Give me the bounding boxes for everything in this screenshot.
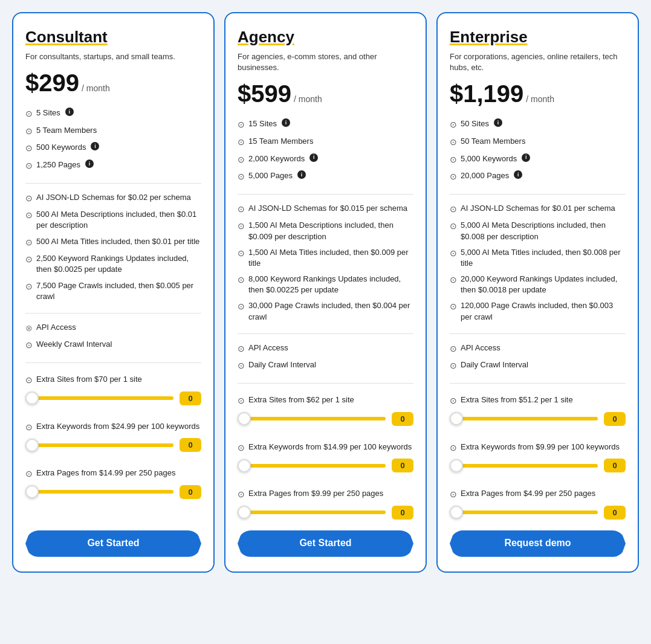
feature-text: Weekly Crawl Interval [36,339,112,350]
check-circle-icon: ⊙ [450,442,457,454]
extra-section-2: ⊙Extra Pages from $14.99 per 250 pages0 [25,463,201,510]
feature-text: 8,000 Keyword Rankings Updates included,… [248,274,413,295]
slider-thumb[interactable] [450,412,463,425]
slider-track[interactable] [25,490,173,494]
info-icon[interactable]: i [494,118,502,127]
extra-label-text: Extra Pages from $4.99 per 250 pages [461,488,595,499]
slider-label: ⊙Extra Sites from $70 per 1 site [25,374,201,387]
slider-label: ⊙Extra Pages from $4.99 per 250 pages [450,488,626,501]
price-amount: $299 [25,69,79,97]
feature-text: 5,000 Keywords [461,153,517,164]
check-circle-icon: ⊙ [25,375,33,387]
extra-section-0: ⊙Extra Sites from $70 per 1 site0 [25,369,201,416]
core-feature-list: ⊙5 Sitesi⊙5 Team Members⊙500 Keywordsi⊙1… [25,105,201,174]
feature-text: AI JSON-LD Schemas for $0.015 per schema [248,203,407,214]
plan-card-enterprise: EnterpriseFor corporations, agencies, on… [436,12,639,573]
slider-track[interactable] [238,464,386,468]
plan-card-consultant: ConsultantFor consultants, startups, and… [12,12,215,573]
plan-title: Consultant [25,28,201,47]
info-icon[interactable]: i [514,170,522,179]
check-circle-icon: ⊙ [25,254,33,266]
info-icon[interactable]: i [91,142,99,150]
check-circle-icon: ⊙ [25,143,33,155]
feature-text: 2,000 Keywords [248,153,305,164]
feature-item: ⊙2,000 Keywordsi [238,151,413,169]
feature-text: 500 AI Meta Titles included, then $0.01 … [36,236,199,247]
slider-thumb[interactable] [238,459,251,472]
slider-track[interactable] [450,510,598,514]
feature-text: 5 Sites [36,108,60,118]
slider-thumb[interactable] [238,412,251,425]
slider-thumb[interactable] [238,506,251,519]
feature-item: ⊙15 Team Members [238,134,413,151]
slider-row: 0 [25,438,201,452]
info-icon[interactable]: i [297,170,306,179]
slider-track[interactable] [238,417,386,420]
slider-track[interactable] [450,417,598,420]
plan-price-row: $599/ month [238,80,413,108]
feature-item: ⊙20,000 Pagesi [450,168,626,185]
slider-row: 0 [238,459,413,472]
check-circle-icon: ⊙ [238,395,245,407]
feature-item: ⊙AI JSON-LD Schemas for $0.02 per schema [25,190,201,207]
info-icon[interactable]: i [522,153,530,162]
slider-label: ⊙Extra Sites from $51.2 per 1 site [450,394,626,407]
check-circle-icon: ⊙ [238,248,245,260]
plan-price-row: $1,199/ month [450,80,626,108]
plan-description: For consultants, startups, and small tea… [25,51,201,62]
divider [450,383,626,384]
slider-track[interactable] [238,510,386,514]
check-circle-icon: ⊙ [450,489,457,501]
info-icon[interactable]: i [65,108,74,116]
slider-row: 0 [450,506,626,520]
extra-section-1: ⊙Extra Keywords from $9.99 per 100 keywo… [450,437,626,484]
cta-button[interactable]: Get Started [25,530,201,557]
slider-thumb[interactable] [25,439,39,452]
slider-label: ⊙Extra Keywords from $14.99 per 100 keyw… [238,442,413,454]
check-circle-icon: ⊙ [238,154,245,166]
extra-label-text: Extra Keywords from $24.99 per 100 keywo… [36,421,199,432]
slider-track[interactable] [25,443,173,447]
slider-thumb[interactable] [450,506,463,519]
feature-item: ⊙5,000 Keywordsi [450,151,626,169]
check-circle-icon: ⊙ [450,137,457,149]
feature-text: Daily Crawl Interval [248,359,316,370]
feature-item: ⊙5 Sitesi [25,105,201,123]
check-circle-icon: ⊙ [238,360,245,372]
slider-track[interactable] [450,464,598,468]
cta-button[interactable]: Request demo [450,530,626,557]
feature-text: 7,500 Page Crawls included, then $0.005 … [36,280,201,302]
feature-text: 30,000 Page Crawls included, then $0.004… [248,300,413,322]
cross-circle-icon: ⊗ [25,323,33,335]
cta-button[interactable]: Get Started [238,530,413,557]
price-period: / month [526,94,554,104]
feature-item: ⊙1,500 AI Meta Descriptions included, th… [238,217,413,244]
check-circle-icon: ⊙ [238,489,245,501]
feature-text: 20,000 Pages [461,170,509,181]
price-period: / month [294,94,322,104]
feature-text: API Access [36,322,76,333]
extra-label-text: Extra Pages from $9.99 per 250 pages [248,488,383,499]
divider [450,333,626,334]
info-icon[interactable]: i [282,118,290,127]
slider-thumb[interactable] [25,485,39,498]
ai-feature-list: ⊙AI JSON-LD Schemas for $0.01 per schema… [450,201,626,325]
feature-item: ⊙Weekly Crawl Interval [25,336,201,354]
feature-item: ⊙Daily Crawl Interval [450,357,626,375]
access-feature-list: ⊗API Access⊙Weekly Crawl Interval [25,320,201,354]
slider-value: 0 [604,459,626,472]
feature-item: ⊙20,000 Keyword Rankings Updates include… [450,271,626,298]
slider-label: ⊙Extra Sites from $62 per 1 site [238,394,413,407]
divider [238,194,413,195]
slider-track[interactable] [25,396,173,400]
feature-text: 500 Keywords [36,142,86,153]
feature-item: ⊙AI JSON-LD Schemas for $0.01 per schema [450,201,626,218]
divider [25,313,201,314]
feature-text: 5,000 AI Meta Descriptions included, the… [461,220,626,242]
info-icon[interactable]: i [309,153,318,162]
slider-thumb[interactable] [450,459,463,472]
info-icon[interactable]: i [85,159,94,168]
extra-section-2: ⊙Extra Pages from $9.99 per 250 pages0 [238,483,413,530]
slider-thumb[interactable] [25,391,39,405]
feature-item: ⊙2,500 Keyword Rankings Updates included… [25,251,201,277]
